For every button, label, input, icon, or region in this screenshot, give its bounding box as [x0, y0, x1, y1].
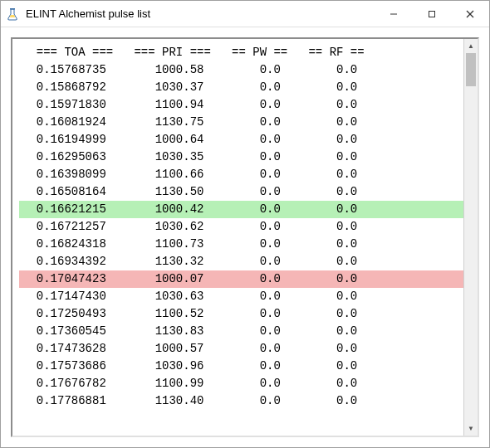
- list-item[interactable]: 0.16621215 1000.42 0.0 0.0: [19, 201, 463, 218]
- list-item[interactable]: 0.17147430 1030.63 0.0 0.0: [19, 288, 463, 305]
- list-item[interactable]: 0.16194999 1000.64 0.0 0.0: [19, 131, 463, 149]
- titlebar: ELINT Alchemist pulse list: [1, 1, 489, 27]
- list-item[interactable]: 0.15971830 1100.94 0.0 0.0: [19, 96, 463, 114]
- maximize-button[interactable]: [413, 1, 451, 27]
- list-item[interactable]: 0.16721257 1030.62 0.0 0.0: [19, 218, 463, 236]
- scroll-up-button[interactable]: ▲: [464, 39, 478, 53]
- list-item[interactable]: 0.17786881 1130.40 0.0 0.0: [19, 392, 463, 410]
- list-item[interactable]: 0.16508164 1130.50 0.0 0.0: [19, 183, 463, 201]
- list-item[interactable]: 0.16081924 1130.75 0.0 0.0: [19, 114, 463, 131]
- pulse-list-frame: === TOA === === PRI === == PW == == RF =…: [11, 37, 479, 437]
- list-item[interactable]: 0.17250493 1100.52 0.0 0.0: [19, 305, 463, 323]
- window-title: ELINT Alchemist pulse list: [26, 7, 375, 20]
- pulse-list[interactable]: === TOA === === PRI === == PW == == RF =…: [12, 39, 463, 436]
- window-controls: [375, 1, 489, 27]
- close-button[interactable]: [451, 1, 489, 27]
- column-headers: === TOA === === PRI === == PW == == RF =…: [19, 44, 463, 61]
- list-item[interactable]: 0.17473628 1000.57 0.0 0.0: [19, 340, 463, 358]
- minimize-icon: [390, 10, 398, 18]
- scroll-thumb[interactable]: [466, 53, 476, 86]
- list-item[interactable]: 0.17676782 1100.99 0.0 0.0: [19, 375, 463, 392]
- minimize-button[interactable]: [375, 1, 413, 27]
- list-item[interactable]: 0.17573686 1030.96 0.0 0.0: [19, 358, 463, 375]
- content-area: === TOA === === PRI === == PW == == RF =…: [1, 27, 489, 447]
- list-item[interactable]: 0.17360545 1130.83 0.0 0.0: [19, 323, 463, 340]
- list-item[interactable]: 0.17047423 1000.07 0.0 0.0: [19, 270, 463, 288]
- vertical-scrollbar[interactable]: ▲ ▼: [463, 39, 478, 436]
- list-item[interactable]: 0.16824318 1100.73 0.0 0.0: [19, 236, 463, 253]
- list-item[interactable]: 0.15868792 1030.37 0.0 0.0: [19, 79, 463, 96]
- maximize-icon: [428, 10, 436, 18]
- list-item[interactable]: 0.16295063 1030.35 0.0 0.0: [19, 149, 463, 166]
- scroll-down-button[interactable]: ▼: [464, 421, 478, 436]
- scroll-track[interactable]: [464, 53, 478, 421]
- list-item[interactable]: 0.16934392 1130.32 0.0 0.0: [19, 253, 463, 270]
- svg-rect-0: [10, 8, 15, 10]
- list-item[interactable]: 0.16398099 1100.66 0.0 0.0: [19, 166, 463, 183]
- close-icon: [466, 10, 474, 18]
- list-item[interactable]: 0.15768735 1000.58 0.0 0.0: [19, 61, 463, 79]
- app-window: ELINT Alchemist pulse list === TOA === =…: [0, 0, 490, 448]
- app-icon: [7, 7, 21, 21]
- svg-rect-2: [429, 11, 435, 17]
